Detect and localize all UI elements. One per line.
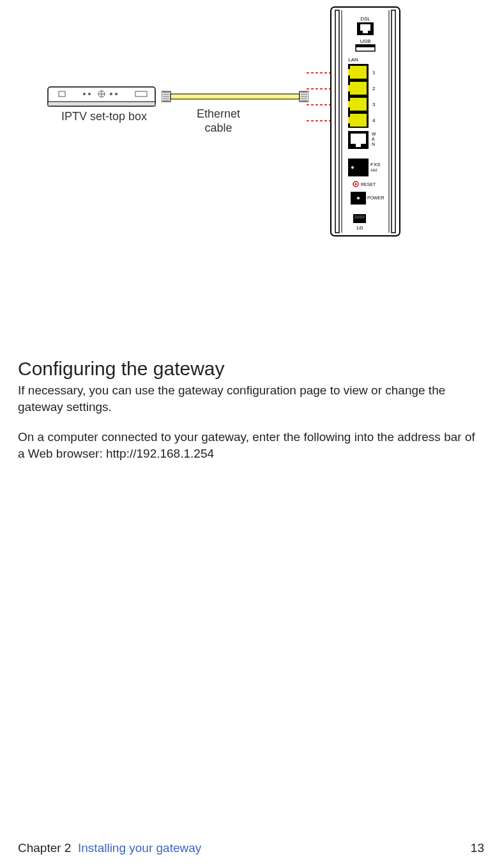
svg-point-62 [355, 183, 357, 185]
svg-rect-29 [335, 10, 339, 233]
connection-diagram: DSL USB LAN 1 2 [18, 0, 484, 243]
svg-text:RESET: RESET [361, 182, 376, 187]
svg-text:W: W [372, 132, 376, 136]
svg-point-3 [83, 93, 86, 95]
svg-rect-17 [171, 94, 300, 99]
footer-left: Chapter 2 Installing your gateway [18, 841, 201, 855]
ethernet-cable-icon [162, 90, 308, 103]
iptv-settop-box-label: IPTV set-top box [61, 110, 147, 123]
dsl-port-label: DSL [360, 16, 370, 22]
gateway-device-icon: DSL USB LAN 1 2 [330, 6, 400, 236]
svg-point-58 [351, 166, 354, 169]
svg-text:POWER: POWER [367, 196, 384, 200]
svg-rect-34 [360, 24, 370, 31]
iptv-settop-box-icon [47, 86, 156, 108]
intro-paragraph: If necessary, you can use the gateway co… [18, 382, 484, 415]
chapter-label: Chapter 2 [18, 841, 71, 855]
svg-rect-43 [348, 85, 351, 91]
svg-rect-49 [348, 117, 351, 123]
svg-rect-46 [348, 101, 351, 107]
svg-point-4 [88, 93, 91, 95]
svg-point-65 [357, 197, 360, 199]
svg-rect-48 [350, 114, 367, 127]
chapter-title: Installing your gateway [78, 841, 201, 855]
svg-rect-1 [48, 102, 155, 106]
svg-point-8 [110, 93, 112, 95]
svg-point-9 [115, 93, 118, 95]
svg-text:N: N [372, 142, 375, 146]
svg-text:FXS: FXS [370, 162, 381, 167]
svg-rect-57 [348, 159, 369, 176]
svg-text:3: 3 [372, 102, 376, 107]
svg-rect-35 [363, 31, 368, 33]
svg-text:A: A [372, 137, 375, 141]
svg-rect-39 [350, 66, 367, 79]
svg-rect-40 [348, 69, 351, 75]
usb-port-label: USB [360, 38, 370, 44]
document-page: DSL USB LAN 1 2 [0, 0, 502, 868]
svg-text:1&2: 1&2 [370, 168, 377, 172]
svg-rect-30 [392, 10, 395, 233]
svg-text:4: 4 [372, 118, 376, 123]
svg-rect-53 [356, 144, 361, 147]
svg-text:1/0: 1/0 [356, 225, 363, 231]
svg-text:1: 1 [372, 70, 376, 75]
page-number: 13 [471, 841, 484, 855]
svg-text:2: 2 [372, 86, 376, 91]
lan-section-label: LAN [348, 57, 358, 63]
section-heading: Configuring the gateway [18, 358, 484, 380]
svg-rect-37 [356, 45, 375, 47]
svg-rect-45 [350, 98, 367, 111]
ethernet-cable-label: Ethernet cable [197, 107, 240, 135]
svg-rect-68 [354, 215, 365, 219]
svg-rect-42 [350, 82, 367, 95]
svg-rect-52 [351, 134, 366, 144]
instruction-paragraph: On a computer connected to your gateway,… [18, 429, 484, 461]
wan-port: W A N [348, 131, 376, 149]
page-footer: Chapter 2 Installing your gateway 13 [18, 841, 484, 855]
